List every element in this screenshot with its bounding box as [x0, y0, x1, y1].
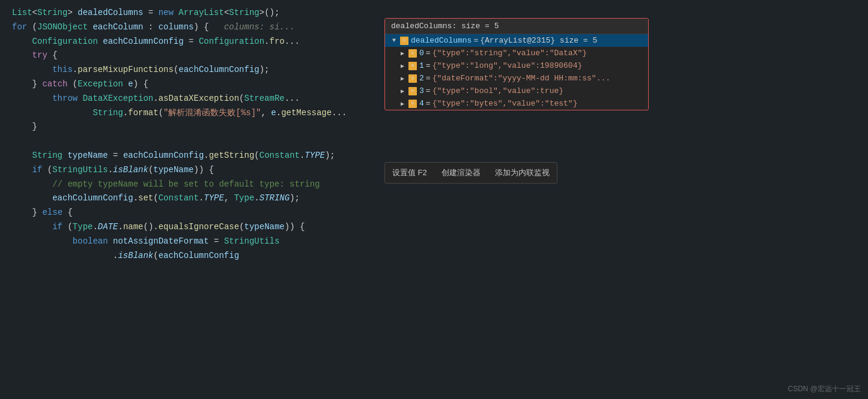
expand-arrow-0: ▶ — [398, 49, 407, 58]
debug-popup-header: dealedColumns: size = 5 — [385, 19, 648, 34]
list-icon-root: ≡ — [400, 37, 408, 45]
code-editor: List<String> dealedColumns = new ArrayLi… — [0, 0, 868, 399]
expand-arrow-2: ▶ — [398, 74, 407, 83]
list-icon-3: ≡ — [408, 87, 417, 95]
expand-arrow-root: ▼ — [390, 37, 398, 45]
context-menu-settings[interactable]: 设置值 F2 — [385, 165, 434, 181]
debug-popup: dealedColumns: size = 5 ▼ ≡ dealedColumn… — [384, 18, 649, 110]
expand-arrow-1: ▶ — [398, 62, 407, 70]
debug-item-3[interactable]: ▶ ≡ 3 = {"type":"bool","value":true} — [385, 85, 648, 97]
code-line-16: if (Type.DATE.name().equalsIgnoreCase(ty… — [0, 220, 868, 235]
context-menu-add-watch[interactable]: 添加为内联监视 — [488, 165, 557, 181]
debug-item-4[interactable]: ▶ ≡ 4 = {"type":"bytes","value":"test"} — [385, 97, 648, 110]
debug-item-2[interactable]: ▶ ≡ 2 = {"dateFormat":"yyyy-MM-dd HH:mm:… — [385, 72, 648, 85]
list-icon-4: ≡ — [408, 100, 417, 108]
expand-arrow-3: ▶ — [398, 87, 407, 95]
code-line-17: boolean notAssignDateFormat = StringUtil… — [0, 235, 868, 249]
list-icon-1: ≡ — [408, 62, 417, 70]
context-menu-create-renderer[interactable]: 创建渲染器 — [434, 165, 488, 181]
expand-arrow-4: ▶ — [398, 100, 407, 108]
code-line-14: eachColumnConfig.set(Constant.TYPE, Type… — [0, 191, 868, 206]
list-icon-2: ≡ — [408, 74, 417, 83]
debug-root-item[interactable]: ▼ ≡ dealedColumns = {ArrayList@2315} siz… — [385, 34, 648, 47]
debug-header-label: dealedColumns: size = 5 — [391, 22, 499, 31]
list-icon-0: ≡ — [408, 49, 417, 58]
context-menu: 设置值 F2 创建渲染器 添加为内联监视 — [384, 162, 557, 184]
debug-item-0[interactable]: ▶ ≡ 0 = {"type":"string","value":"DataX"… — [385, 47, 648, 59]
code-line-10 — [0, 134, 868, 149]
debug-item-1[interactable]: ▶ ≡ 1 = {"type":"long","value":19890604} — [385, 59, 648, 72]
code-line-18: .isBlank(eachColumnConfig — [0, 249, 868, 263]
code-line-11: String typeName = eachColumnConfig.getSt… — [0, 149, 868, 163]
method-fro: fro — [270, 35, 285, 49]
code-line-15: } else { — [0, 206, 868, 220]
code-line-9: } — [0, 120, 868, 134]
watermark: CSDN @宏远十一冠王 — [788, 384, 861, 394]
